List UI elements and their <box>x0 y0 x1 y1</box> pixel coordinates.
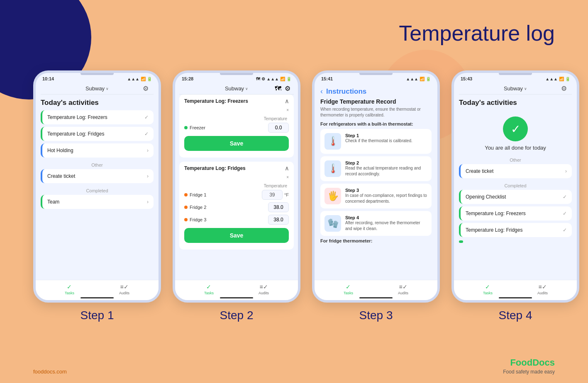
glove-icon: 🧤 <box>327 218 339 229</box>
phone-2-time: 15:28 <box>182 76 193 81</box>
phone-2-notch <box>220 73 253 75</box>
phone-3-nav-tasks[interactable]: ✓ Tasks <box>344 284 353 295</box>
fridge1-temp-input[interactable]: 39 <box>262 190 283 200</box>
phone-3-step4-card: 🧤 Step 4 After recording, remove the the… <box>320 211 432 236</box>
freezer-temp-input[interactable]: 0.0 <box>268 123 289 133</box>
step2-desc: Read the actual temperature reading and … <box>345 165 427 177</box>
phone-1-nav-tasks-label: Tasks <box>65 291 74 295</box>
phone-1-store-chevron: ∨ <box>106 87 109 91</box>
fridge1-label: Fridge 1 <box>184 192 206 197</box>
record-subtitle: When recording temperature, ensure the t… <box>320 107 432 118</box>
footer-website: fooddocs.com <box>33 368 67 375</box>
phone-1-task-fridges-check: ✓ <box>144 131 149 137</box>
fridge2-name: Fridge 2 <box>190 205 206 210</box>
phone-2-settings-btn[interactable]: ⚙ <box>285 85 290 92</box>
phone-4-nav-tasks[interactable]: ✓ Tasks <box>483 284 493 295</box>
step1-icon-box: 🌡️ <box>324 133 341 150</box>
page-title: Temperature log <box>399 21 555 46</box>
phone-4-temp-freezers-label: Temperature Log: Freezers <box>466 211 526 216</box>
phone-4-task-create-ticket[interactable]: Create ticket › <box>459 164 572 178</box>
phone-4: 15:43 ▲▲▲ 📶 🔋 Subway ∨ ⚙ Today's activit… <box>451 70 579 303</box>
phone-1-settings-icon[interactable]: ⚙ <box>143 85 149 92</box>
close-icon-2[interactable]: × <box>286 175 289 179</box>
phone-4-nav-tasks-label: Tasks <box>483 291 493 295</box>
phone-4-battery-icon: 🔋 <box>565 77 570 81</box>
phone-2-fridges-title: Temperature Log: Fridges <box>184 165 246 171</box>
fridge3-temp-input[interactable]: 38.0 <box>268 215 289 225</box>
phone-4-other-label: Other <box>459 155 572 164</box>
phone-2-freezers-save-btn[interactable]: Save <box>184 136 289 151</box>
phone-4-wifi-icon: 📶 <box>559 77 564 81</box>
audits-icon: ≡✓ <box>120 284 128 290</box>
phone-2-freezers-header: Temperature Log: Freezers ∧ <box>179 95 294 108</box>
phone-2-settings-icon: ⚙ <box>261 77 265 81</box>
phone-1-task-fridges[interactable]: Temperature Log: Fridges ✓ <box>41 127 154 141</box>
phone-1-completed-label: Completed <box>41 186 154 195</box>
phone-4-settings-icon[interactable]: ⚙ <box>561 85 567 92</box>
phone-2-fridges-collapse[interactable]: ∧ <box>285 165 289 172</box>
phone-4-temp-fridges-check: ✓ <box>563 227 567 233</box>
phone-2-nav-tasks[interactable]: ✓ Tasks <box>204 284 214 295</box>
phone-1-task-hot-holding-chevron: › <box>147 148 149 153</box>
phone-4-task-temp-freezers[interactable]: Temperature Log: Freezers ✓ <box>459 206 572 221</box>
step3-num: Step 3 <box>345 188 427 193</box>
phone-4-section-title: Today's activities <box>459 95 572 110</box>
phone-2-header: Subway ∨ 🗺 ⚙ <box>179 83 294 95</box>
phone-2-store: Subway <box>225 85 244 92</box>
phone-1-task-create-ticket[interactable]: Create ticket › <box>41 169 154 183</box>
hand-icon: 🖐️ <box>327 191 339 201</box>
phone-4-nav-audits[interactable]: ≡✓ Audits <box>537 284 548 295</box>
phone-2-map-icon: 🗺 <box>256 77 260 81</box>
phone-2-map-btn[interactable]: 🗺 <box>275 85 281 92</box>
phone-1-task-team[interactable]: Team › <box>41 195 154 209</box>
phone-4-nav-audits-label: Audits <box>537 291 548 295</box>
phone-3-tasks-icon: ✓ <box>346 284 351 290</box>
step-label-1: Step 1 <box>33 309 161 322</box>
phone-3-nav-audits[interactable]: ≡✓ Audits <box>398 284 408 295</box>
thermometer-icon-2: 🌡️ <box>327 163 339 174</box>
step4-desc: After recording, remove the thermometer … <box>345 220 427 232</box>
phone-1-store: Subway <box>85 85 105 92</box>
phone-4-completed-label: Completed <box>459 181 572 190</box>
phone-4-task-opening-checklist[interactable]: Opening Checklist ✓ <box>459 190 572 204</box>
phone-2-freezer-row: Freezer 0.0 <box>184 123 289 133</box>
done-circle: ✓ <box>503 116 528 141</box>
phone-4-status-icons: ▲▲▲ 📶 🔋 <box>545 77 570 81</box>
phone-2: 15:28 🗺 ⚙ ▲▲▲ 📶 🔋 Subway ∨ 🗺 ⚙ <box>173 70 300 303</box>
phone-4-notch <box>499 73 532 75</box>
phone-1-task-freezers[interactable]: Temperature Log: Freezers ✓ <box>41 110 154 124</box>
done-text: You are all done for today <box>459 145 572 151</box>
phone-2-nav-tasks-label: Tasks <box>204 291 214 295</box>
back-button[interactable]: ‹ <box>320 87 323 96</box>
fridge1-dot <box>184 193 188 196</box>
phone-4-task-temp-fridges[interactable]: Temperature Log: Fridges ✓ <box>459 223 572 237</box>
fridge2-dot <box>184 206 188 209</box>
phone-2-fridges-close: × <box>179 175 294 181</box>
for-fridge-label: For fridge thermometer: <box>320 238 432 243</box>
phone-2-freezers-collapse[interactable]: ∧ <box>285 98 289 104</box>
signal-icon: ▲▲▲ <box>127 77 139 81</box>
phone-1-home-bar <box>81 297 114 298</box>
phone-4-create-ticket-chevron: › <box>565 168 567 174</box>
phone-3-step3-card: 🖐️ Step 3 In case of non-compliance, rep… <box>320 184 432 208</box>
phone-4-temp-freezers-check: ✓ <box>563 211 567 216</box>
phone-1-task-hot-holding[interactable]: Hot Holding › <box>41 143 154 158</box>
phone-2-tasks-icon: ✓ <box>206 284 211 290</box>
phone-2-fridges-body: Temperature Fridge 1 39 °F <box>179 181 294 250</box>
phone-3-battery-icon: 🔋 <box>426 77 431 81</box>
phone-4-content: Subway ∨ ⚙ Today's activities ✓ You are … <box>454 83 577 298</box>
close-icon[interactable]: × <box>286 108 289 112</box>
fridge2-temp-input[interactable]: 38.0 <box>268 202 289 212</box>
phone-4-time: 15:43 <box>461 76 472 81</box>
phone-3-time: 15:41 <box>321 76 333 81</box>
fridge1-name: Fridge 1 <box>190 192 206 197</box>
phone-1-nav-audits[interactable]: ≡✓ Audits <box>119 284 129 295</box>
step1-text: Step 1 Check if the thermostat is calibr… <box>345 133 412 144</box>
phone-2-fridges-save-btn[interactable]: Save <box>184 228 289 243</box>
phone-1-nav-tasks[interactable]: ✓ Tasks <box>65 284 74 295</box>
phone-2-nav-audits[interactable]: ≡✓ Audits <box>259 284 269 295</box>
phone-1-create-ticket-chevron: › <box>147 173 149 179</box>
phone-4-tasks-icon: ✓ <box>485 284 490 290</box>
step2-icon-box: 🌡️ <box>324 160 341 177</box>
freezer-name: Freezer <box>190 125 205 130</box>
